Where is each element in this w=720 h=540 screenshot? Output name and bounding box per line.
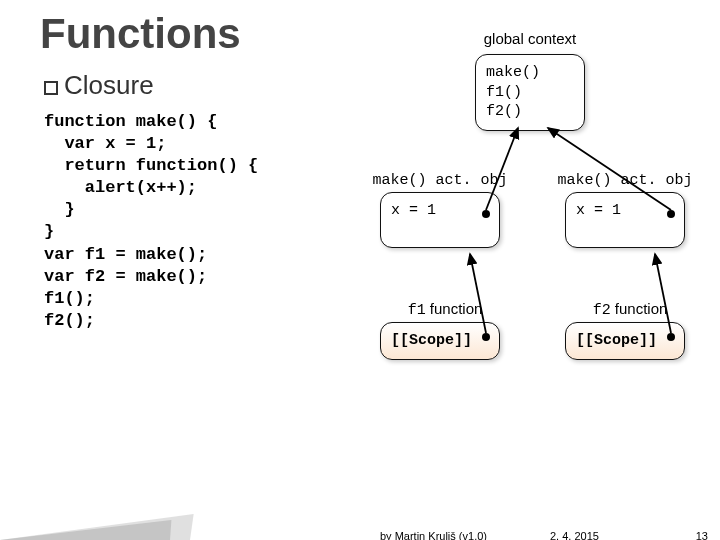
global-context-label: global context (470, 30, 590, 47)
dot-icon (482, 210, 490, 218)
decorative-wedge (0, 520, 171, 540)
subtitle-text: Closure (64, 70, 154, 100)
act-obj-right-label: make() act. obj (555, 170, 695, 189)
f2-function-label: f2 function (570, 300, 690, 319)
footer-page-number: 13 (696, 530, 708, 540)
x-box-left: x = 1 (380, 192, 500, 248)
global-context-box: make() f1() f2() (475, 54, 585, 131)
footer-author: by Martin Kruliš (v1.0) (380, 530, 487, 540)
dot-icon (667, 210, 675, 218)
slide: Functions Closure function make() { var … (0, 0, 720, 540)
footer-date: 2. 4. 2015 (550, 530, 599, 540)
closure-diagram: global context make() f1() f2() make() a… (370, 30, 710, 470)
f1-function-label: f1 f1 functionfunction (385, 300, 505, 319)
scope-box-right: [[Scope]] (565, 322, 685, 360)
scope-box-left: [[Scope]] (380, 322, 500, 360)
x-box-right: x = 1 (565, 192, 685, 248)
dot-icon (667, 333, 675, 341)
checkbox-icon (44, 81, 58, 95)
dot-icon (482, 333, 490, 341)
act-obj-left-label: make() act. obj (370, 170, 510, 189)
